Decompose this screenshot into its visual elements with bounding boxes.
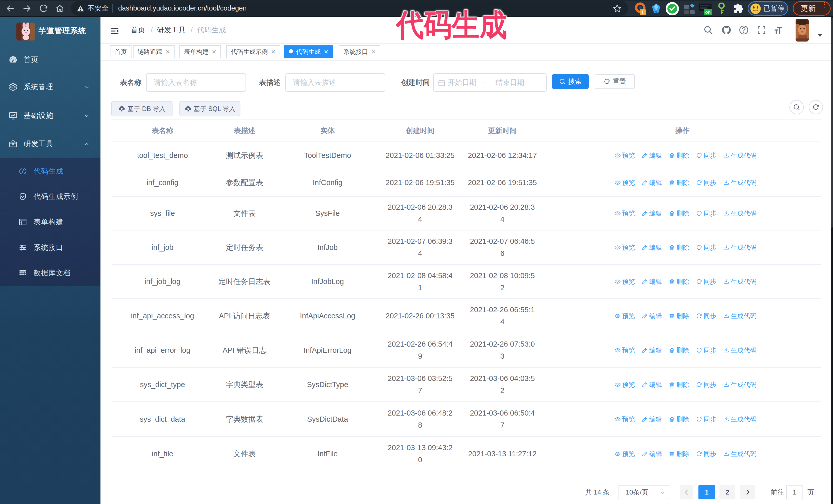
svg-text:on: on: [705, 10, 711, 15]
